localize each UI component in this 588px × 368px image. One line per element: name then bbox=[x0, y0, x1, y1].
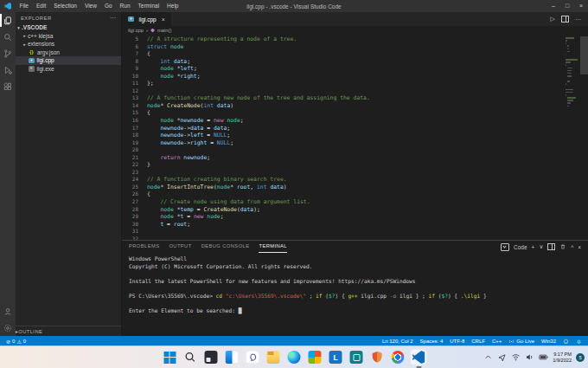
close-panel-icon[interactable]: × bbox=[578, 244, 581, 250]
activity-extensions-icon[interactable] bbox=[0, 78, 16, 94]
taskbar-file-explorer-icon[interactable] bbox=[265, 349, 282, 365]
line-number: 24 bbox=[122, 176, 138, 184]
run-button[interactable]: ▷ bbox=[551, 16, 555, 23]
bottom-panel: PROBLEMSOUTPUTDEBUG CONSOLETERMINAL Code… bbox=[122, 240, 588, 336]
menu-file[interactable]: File bbox=[16, 0, 32, 12]
maximize-panel-icon[interactable]: ^ bbox=[571, 244, 573, 250]
activity-explorer-icon[interactable] bbox=[0, 12, 16, 29]
error-icon: ⊘ bbox=[6, 339, 10, 345]
taskbar-task-view-icon[interactable] bbox=[203, 349, 220, 365]
taskbar-photos-icon[interactable] bbox=[307, 349, 323, 365]
status-language[interactable]: C++ bbox=[492, 339, 502, 344]
taskbar-app-l-icon[interactable]: L bbox=[328, 349, 344, 365]
wifi-icon[interactable] bbox=[511, 352, 521, 362]
tab-close-icon[interactable]: × bbox=[162, 16, 165, 23]
split-terminal-icon[interactable] bbox=[547, 243, 555, 250]
go-live-button[interactable]: Go Live bbox=[508, 339, 534, 345]
code-line: 7{ bbox=[122, 50, 566, 58]
explorer-more-actions-icon[interactable]: ··· bbox=[110, 15, 116, 21]
minimap-line bbox=[566, 59, 578, 61]
panel-tab-problems[interactable]: PROBLEMS bbox=[129, 241, 159, 253]
feedback-button[interactable] bbox=[563, 339, 569, 345]
tray-chevron-up-icon[interactable] bbox=[483, 352, 493, 362]
problems-indicator[interactable]: ⊘ 0 ⚠ 0 bbox=[6, 339, 26, 345]
chat-glyph bbox=[246, 351, 259, 364]
code-line: 15{ bbox=[122, 109, 566, 117]
tree-item-ilgi-exe[interactable]: eilgi.exe bbox=[16, 65, 121, 74]
status-indentation[interactable]: Spaces: 4 bbox=[420, 339, 444, 344]
tree-item-extensions[interactable]: ▸extensions bbox=[16, 40, 121, 48]
tree-item-c-klejsa[interactable]: ▸c++ klejsa bbox=[16, 32, 121, 41]
taskbar-widgets-icon[interactable] bbox=[224, 349, 240, 365]
taskbar-start-icon[interactable] bbox=[162, 349, 178, 365]
panel-tab-debug-console[interactable]: DEBUG CONSOLE bbox=[201, 241, 250, 253]
tree-item-argv-json[interactable]: {}argv.json bbox=[16, 48, 121, 57]
status-encoding[interactable]: UTF-8 bbox=[450, 339, 464, 344]
panel-tab-output[interactable]: OUTPUT bbox=[169, 241, 191, 253]
tab-bar: + ilgi.cpp × ▷ ··· bbox=[122, 12, 588, 26]
menu-terminal[interactable]: Terminal bbox=[134, 0, 163, 12]
notifications-button[interactable] bbox=[576, 339, 582, 345]
activity-account-icon[interactable] bbox=[0, 303, 16, 320]
taskbar-chat-icon[interactable] bbox=[245, 349, 261, 365]
tree-item-ilgi-cpp[interactable]: +ilgi.cpp bbox=[16, 56, 121, 65]
scrollbar-thumb[interactable] bbox=[580, 36, 588, 74]
line-number: 5 bbox=[122, 36, 138, 43]
terminal-dropdown-icon[interactable]: ∨ bbox=[539, 243, 543, 250]
taskbar-chrome-icon[interactable] bbox=[390, 349, 406, 365]
line-number: 12 bbox=[122, 87, 138, 95]
activity-source-control-icon[interactable] bbox=[0, 45, 16, 61]
taskbar-vscode-icon[interactable] bbox=[411, 349, 427, 365]
activity-run-debug-icon[interactable] bbox=[0, 61, 16, 78]
split-editor-icon[interactable] bbox=[561, 16, 569, 23]
minimap-line bbox=[566, 61, 571, 63]
activity-search-icon[interactable] bbox=[0, 29, 16, 45]
tree-root-vscode[interactable]: ▾ .VSCODE bbox=[16, 23, 121, 32]
status-line-col[interactable]: Ln 120, Col 2 bbox=[382, 339, 413, 344]
taskbar-edge-icon[interactable] bbox=[286, 349, 303, 365]
root-folder-label: .VSCODE bbox=[22, 24, 47, 30]
volume-icon[interactable] bbox=[525, 352, 534, 362]
more-actions-icon[interactable]: ··· bbox=[575, 16, 581, 23]
taskbar-clock[interactable]: 9:17 PM 1/9/2022 bbox=[553, 352, 572, 363]
taskbar-security-shield-icon[interactable] bbox=[369, 349, 386, 365]
menu-edit[interactable]: Edit bbox=[32, 0, 49, 12]
kill-terminal-trash-icon[interactable] bbox=[559, 243, 566, 250]
battery-icon[interactable] bbox=[539, 352, 548, 362]
menu-view[interactable]: View bbox=[80, 0, 100, 12]
warning-count: 0 bbox=[23, 339, 26, 344]
activity-settings-icon[interactable] bbox=[0, 320, 16, 336]
code-lines: 5// A structure representing a node of a… bbox=[122, 36, 566, 240]
tray-share-icon[interactable] bbox=[497, 352, 507, 362]
line-number: 21 bbox=[122, 154, 138, 162]
breadcrumb: ilgi.cpp › main() bbox=[122, 26, 588, 35]
minimize-button[interactable]: – bbox=[546, 0, 560, 12]
breadcrumb-symbol[interactable]: main() bbox=[157, 28, 171, 33]
new-terminal-icon[interactable]: + bbox=[532, 244, 535, 250]
menu-go[interactable]: Go bbox=[100, 0, 116, 12]
status-eol[interactable]: CRLF bbox=[471, 339, 485, 344]
maximize-button[interactable]: □ bbox=[560, 0, 574, 12]
menu-help[interactable]: Help bbox=[163, 0, 182, 12]
terminal-profile-icon[interactable] bbox=[501, 243, 509, 251]
panel-tab-terminal[interactable]: TERMINAL bbox=[259, 241, 287, 253]
terminal-line bbox=[129, 270, 588, 278]
code-editor[interactable]: 5// A structure representing a node of a… bbox=[122, 35, 588, 240]
outline-section[interactable]: ▸ OUTLINE bbox=[16, 326, 121, 336]
notification-count-badge[interactable]: 5 bbox=[576, 353, 585, 362]
minimap-line bbox=[567, 75, 572, 77]
terminal-output[interactable]: Windows PowerShellCopyright (C) Microsof… bbox=[122, 253, 588, 336]
terminal-name-label[interactable]: Code bbox=[514, 244, 527, 250]
menu-selection[interactable]: Selection bbox=[50, 0, 81, 12]
close-button[interactable]: × bbox=[574, 0, 588, 12]
tab-ilgi-cpp[interactable]: + ilgi.cpp × bbox=[122, 12, 172, 26]
taskbar-app-teal-icon[interactable] bbox=[348, 349, 365, 365]
feedback-smiley-icon bbox=[563, 339, 569, 345]
code-line: 17 newnode->data = data; bbox=[122, 125, 566, 132]
taskbar-search-icon[interactable] bbox=[182, 349, 199, 365]
menu-run[interactable]: Run bbox=[116, 0, 134, 12]
code-line: 19 newnode->right = NULL; bbox=[122, 139, 566, 147]
status-platform[interactable]: Win32 bbox=[541, 339, 556, 344]
minimap[interactable] bbox=[566, 37, 578, 113]
breadcrumb-file[interactable]: ilgi.cpp bbox=[128, 28, 144, 33]
